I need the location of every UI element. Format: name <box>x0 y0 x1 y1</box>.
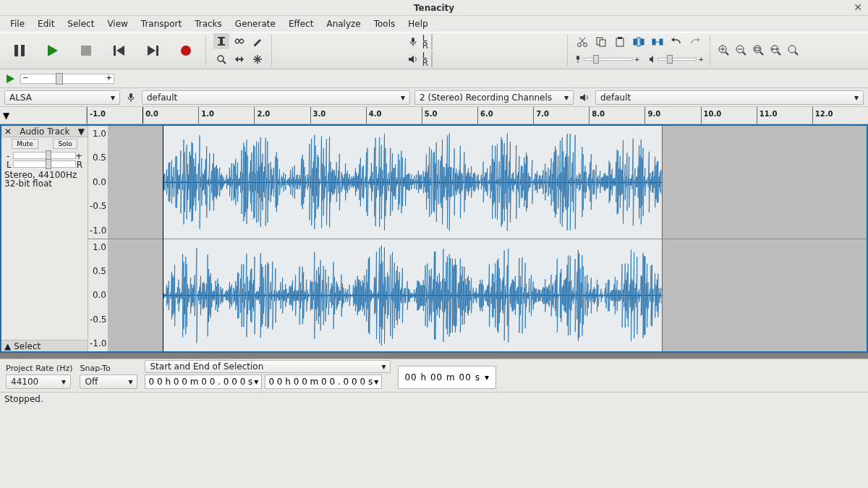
skip-end-button[interactable] <box>136 34 169 67</box>
undo-button[interactable] <box>668 34 685 50</box>
zoom-in-button[interactable] <box>716 43 732 59</box>
svg-line-27 <box>580 38 585 43</box>
snap-to-combo[interactable]: Off▾ <box>80 374 137 389</box>
pause-button[interactable] <box>3 34 36 67</box>
silence-button[interactable] <box>649 34 666 50</box>
pan-slider[interactable]: L R <box>13 160 76 168</box>
wave-right[interactable] <box>109 239 867 352</box>
track-body[interactable]: 1.00.50.0-0.5-1.0 1.00.50.0-0.5-1.0 <box>88 126 867 351</box>
chevron-down-icon: ▾ <box>401 93 405 103</box>
menu-transport[interactable]: Transport <box>135 17 187 30</box>
fit-selection-button[interactable] <box>751 43 767 59</box>
fit-project-button[interactable] <box>768 43 784 59</box>
svg-line-58 <box>778 52 780 55</box>
svg-marker-7 <box>148 46 156 56</box>
zoom-toolbar <box>713 33 804 69</box>
playhead-line <box>163 126 163 351</box>
svg-rect-35 <box>637 38 640 46</box>
svg-marker-57 <box>776 48 778 51</box>
zoom-out-button[interactable] <box>733 43 749 59</box>
track-footer-label: Select <box>14 341 41 351</box>
menu-analyze[interactable]: Analyze <box>320 17 366 30</box>
svg-rect-4 <box>114 46 116 56</box>
chevron-down-icon: ▾ <box>381 361 386 372</box>
mute-button[interactable]: Mute <box>12 139 38 149</box>
menu-view[interactable]: View <box>101 17 133 30</box>
svg-rect-52 <box>755 48 760 51</box>
svg-rect-30 <box>600 40 605 46</box>
rec-meter-ticks: -54-48-48-12-60 <box>432 35 433 49</box>
solo-button[interactable]: Solo <box>53 139 77 149</box>
menu-tools[interactable]: Tools <box>368 17 401 30</box>
timeshift-tool[interactable] <box>231 51 247 67</box>
svg-rect-11 <box>218 44 225 46</box>
transport-toolbar <box>0 33 209 69</box>
rec-channels-combo[interactable]: 2 (Stereo) Recording Channels▾ <box>414 90 574 105</box>
svg-line-28 <box>579 38 584 43</box>
paste-button[interactable] <box>611 34 629 50</box>
svg-point-8 <box>181 46 191 56</box>
svg-line-60 <box>795 52 798 55</box>
svg-marker-43 <box>650 56 653 63</box>
wave-left[interactable] <box>109 126 867 239</box>
timeline-ruler[interactable]: ▼ -1.00.01.02.03.04.05.06.07.08.09.010.0… <box>0 107 868 124</box>
edit-toolbar: + + <box>568 33 713 69</box>
cut-button[interactable] <box>574 34 591 50</box>
skip-start-button[interactable] <box>103 34 136 67</box>
playback-speed-slider[interactable]: −+ <box>20 74 114 84</box>
playback-meter[interactable]: -54-48-42-36-30-24-18-12-60 <box>431 51 433 67</box>
zoom-toggle-button[interactable] <box>786 43 801 59</box>
gain-slider[interactable]: - + <box>13 152 76 159</box>
record-button[interactable] <box>169 34 203 67</box>
rec-device-value: default <box>147 93 177 103</box>
play-at-speed-button[interactable] <box>3 71 19 87</box>
copy-button[interactable] <box>592 34 610 50</box>
ruler-body[interactable]: -1.00.01.02.03.04.05.06.07.08.09.010.011… <box>87 107 868 124</box>
close-icon[interactable]: ✕ <box>852 1 864 13</box>
svg-rect-34 <box>641 39 644 45</box>
menu-generate[interactable]: Generate <box>229 17 281 30</box>
menu-edit[interactable]: Edit <box>32 17 60 30</box>
selection-tool[interactable] <box>213 33 229 49</box>
channel-right: 1.00.50.0-0.5-1.0 <box>88 239 867 352</box>
draw-tool[interactable] <box>250 33 265 49</box>
svg-rect-0 <box>14 45 18 56</box>
svg-marker-12 <box>254 39 261 46</box>
envelope-tool[interactable] <box>231 33 247 49</box>
track-menu-button[interactable]: ▼ <box>78 127 85 137</box>
amp-ruler-right: 1.00.50.0-0.5-1.0 <box>88 239 109 352</box>
titlebar: Tenacity ✕ <box>0 0 868 16</box>
menu-tracks[interactable]: Tracks <box>189 17 228 30</box>
svg-point-59 <box>788 46 796 53</box>
collapse-button[interactable]: ▲ <box>4 341 11 351</box>
menu-file[interactable]: File <box>4 17 30 30</box>
selection-end-time[interactable]: 0 0 h 0 0 m 0 0 . 0 0 0 s▾ <box>265 374 382 389</box>
selection-mode-combo[interactable]: Start and End of Selection▾ <box>145 360 391 373</box>
play-device-combo[interactable]: default▾ <box>595 90 864 105</box>
stop-button[interactable] <box>69 34 103 67</box>
selection-start-time[interactable]: 0 0 h 0 0 m 0 0 . 0 0 0 s▾ <box>145 374 262 389</box>
play-button[interactable] <box>36 34 69 67</box>
audio-position-display[interactable]: 00 h 00 m 00 s▾ <box>398 366 495 389</box>
status-bar: Stopped. <box>0 392 868 405</box>
svg-rect-3 <box>81 46 91 56</box>
audio-host-combo[interactable]: ALSA▾ <box>4 90 120 105</box>
trim-button[interactable] <box>630 34 647 50</box>
play-volume-slider[interactable]: + <box>649 51 704 67</box>
snap-to-label: Snap-To <box>80 364 137 373</box>
track-close-button[interactable]: ✕ <box>4 127 12 137</box>
zoom-tool[interactable] <box>213 51 229 67</box>
recording-meter[interactable]: -54-48-48-12-60 Click to Start Monitorin… <box>431 34 433 50</box>
svg-line-50 <box>743 52 746 55</box>
menu-effect[interactable]: Effect <box>283 17 320 30</box>
rec-volume-slider[interactable]: + <box>574 51 647 67</box>
menu-select[interactable]: Select <box>61 17 100 30</box>
pin-icon[interactable]: ▼ <box>3 111 9 121</box>
multi-tool[interactable] <box>250 51 265 67</box>
audio-host-value: ALSA <box>9 93 32 103</box>
project-rate-combo[interactable]: 44100▾ <box>6 374 71 389</box>
project-rate-label: Project Rate (Hz) <box>6 364 72 373</box>
menu-help[interactable]: Help <box>402 17 433 30</box>
rec-device-combo[interactable]: default▾ <box>142 90 410 105</box>
redo-button[interactable] <box>686 34 704 50</box>
